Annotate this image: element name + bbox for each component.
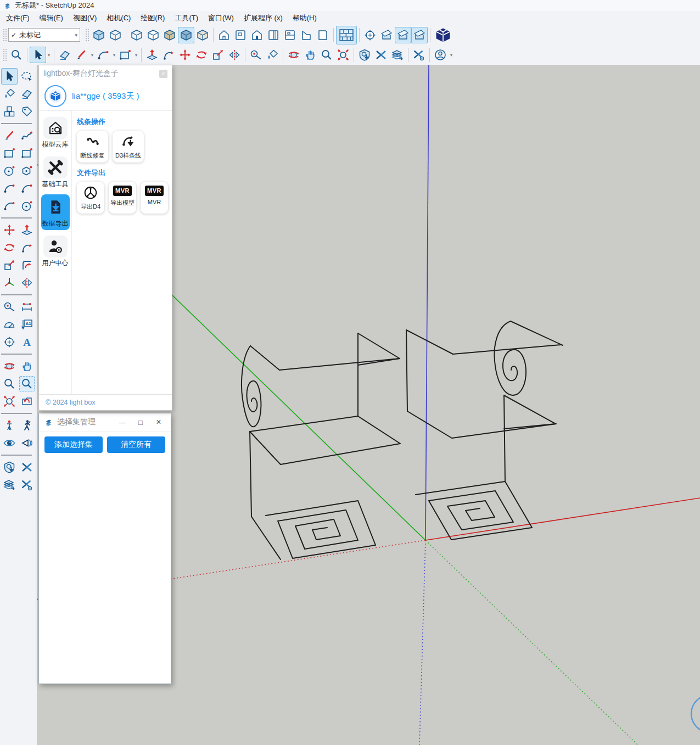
username[interactable]: lia**gge ( 3593天 ) (72, 91, 139, 102)
offset-tool[interactable] (19, 257, 35, 273)
zoom-tool[interactable] (1, 376, 18, 392)
plugin-button-导出模型[interactable]: MVR导出模型 (109, 182, 136, 214)
pencil-tool-dropdown[interactable]: ▾ (89, 53, 95, 58)
tag-tool[interactable] (19, 103, 35, 120)
eraser-tool[interactable] (57, 47, 73, 63)
view-iso[interactable] (216, 27, 232, 43)
maximize-icon[interactable]: □ (133, 418, 148, 427)
plugin-button-MVR[interactable]: MVRMVR (141, 182, 168, 214)
menu-item-3[interactable]: 相机(C) (102, 12, 136, 24)
zoom-extents-tool[interactable] (1, 393, 18, 410)
sidebar-item-1[interactable]: 基础工具 (41, 155, 70, 191)
section-cuts[interactable] (395, 27, 411, 43)
look-around-tool[interactable] (1, 435, 18, 451)
tag-filter-dropdown[interactable]: ✓ 未标记 ▾ (8, 28, 80, 42)
add-selection-set-button[interactable]: 添加选择集 (44, 436, 103, 453)
tape-measure-tool[interactable] (1, 299, 18, 315)
plugin-settings[interactable] (411, 47, 427, 63)
close-icon[interactable]: × (152, 417, 166, 427)
components-tool[interactable] (1, 103, 18, 120)
plugin-button-D3样条线[interactable]: D3样条线 (113, 131, 144, 163)
move-tool[interactable] (1, 222, 18, 238)
select-tool-dropdown[interactable]: ▾ (46, 53, 52, 58)
plugin-layers[interactable] (1, 477, 18, 493)
plugin-button-导出D4[interactable]: 导出D4 (77, 182, 104, 214)
circle-tool[interactable] (1, 163, 18, 179)
view-front[interactable] (249, 27, 265, 43)
plugin-download[interactable] (1, 459, 18, 475)
section-display[interactable] (378, 27, 395, 43)
position-camera-tool[interactable] (1, 417, 18, 434)
materials-bricks[interactable] (336, 26, 357, 44)
paint-bucket-tool[interactable] (1, 86, 18, 102)
axes-globe-tool[interactable] (1, 334, 18, 350)
plugin-download[interactable] (356, 47, 373, 63)
select-tool[interactable] (30, 47, 46, 63)
followme-tool[interactable] (160, 47, 177, 63)
style-monochrome[interactable] (194, 27, 211, 43)
view-bottom[interactable] (315, 27, 331, 43)
avatar[interactable] (44, 85, 66, 107)
style-shaded[interactable] (161, 27, 178, 43)
style-wireframe[interactable] (128, 27, 145, 43)
mirror-tool[interactable] (226, 47, 243, 63)
menu-item-2[interactable]: 视图(V) (68, 12, 102, 24)
lightbox-logo[interactable] (433, 26, 453, 44)
three-point-arc-tool[interactable] (1, 198, 18, 214)
view-top[interactable] (232, 27, 249, 43)
zoom-window-tool[interactable] (19, 376, 35, 392)
freehand-tool[interactable] (19, 127, 35, 144)
pan-tool[interactable] (302, 47, 318, 63)
sidebar-item-3[interactable]: 用户中心 (41, 234, 70, 270)
toolbar-grip[interactable] (3, 29, 7, 42)
close-icon[interactable]: × (159, 70, 167, 78)
tape-measure-tool[interactable] (248, 47, 264, 63)
arc-tool[interactable] (95, 47, 111, 63)
followme-tool[interactable] (19, 239, 35, 256)
plugin-swap[interactable] (19, 459, 35, 475)
arc-tool-dropdown[interactable]: ▾ (111, 53, 117, 58)
rectangle-tool-dropdown[interactable]: ▾ (133, 53, 139, 58)
rotated-rectangle-tool[interactable] (19, 145, 35, 161)
menu-item-8[interactable]: 帮助(H) (288, 12, 322, 24)
account[interactable] (432, 47, 449, 63)
section-plane[interactable] (362, 27, 378, 43)
clear-all-button[interactable]: 清空所有 (107, 436, 165, 453)
rectangle-tool[interactable] (117, 47, 133, 63)
menu-item-0[interactable]: 文件(F) (1, 12, 35, 24)
search-tool[interactable] (8, 47, 25, 63)
axes-tool[interactable] (1, 275, 18, 291)
lasso-select-tool[interactable] (19, 68, 35, 85)
pie-tool[interactable] (19, 198, 35, 214)
toolbar-grip[interactable] (3, 48, 7, 61)
menu-item-5[interactable]: 工具(T) (170, 12, 203, 24)
walk-tool[interactable] (19, 417, 35, 434)
paint-bucket-tool[interactable] (264, 47, 281, 63)
plugin-settings[interactable] (19, 477, 35, 493)
sidebar-item-2[interactable]: 数据导出 (41, 194, 70, 230)
mirror-tool[interactable] (19, 275, 35, 291)
two-point-arc-tool[interactable] (19, 180, 35, 197)
previous-view-tool[interactable] (19, 393, 35, 410)
pushpull-tool[interactable] (144, 47, 160, 63)
zoom-extents-tool[interactable] (335, 47, 351, 63)
zoom-tool[interactable] (318, 47, 335, 63)
minimize-icon[interactable]: — (115, 418, 130, 427)
3d-text-tool[interactable] (19, 334, 35, 350)
sidebar-item-0[interactable]: 模型云库 (41, 115, 70, 151)
pencil-tool[interactable] (73, 47, 89, 63)
eraser-tool[interactable] (19, 86, 35, 102)
orbit-tool[interactable] (285, 47, 302, 63)
move-tool[interactable] (177, 47, 193, 63)
scale-tool[interactable] (1, 257, 18, 273)
arc-tool[interactable] (1, 180, 18, 197)
menu-item-1[interactable]: 编辑(E) (35, 12, 68, 24)
menu-item-6[interactable]: 窗口(W) (203, 12, 239, 24)
account-dropdown[interactable]: ▾ (449, 53, 454, 58)
pushpull-tool[interactable] (19, 222, 35, 238)
section-view-tool[interactable] (19, 435, 35, 451)
menu-item-4[interactable]: 绘图(R) (136, 12, 170, 24)
protractor-tool[interactable] (1, 316, 18, 333)
plugin-layers[interactable] (389, 47, 406, 63)
rotate-tool[interactable] (1, 239, 18, 256)
